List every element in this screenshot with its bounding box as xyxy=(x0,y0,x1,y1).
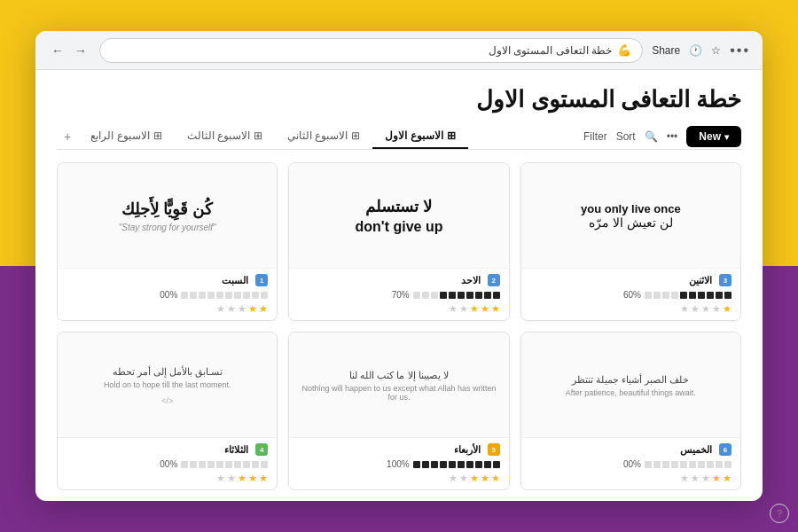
card6-visual: خلف الصبر أشياء جميلة تنتظر After patien… xyxy=(521,332,740,437)
add-tab-button[interactable]: + xyxy=(57,124,78,149)
star: ★ xyxy=(712,473,721,484)
card6-sub: After patience, beautiful things await. xyxy=(566,388,696,397)
share-button[interactable]: Share xyxy=(652,44,680,57)
star-empty: ★ xyxy=(459,473,468,484)
history-icon[interactable]: 🕐 xyxy=(689,44,702,57)
star-empty: ★ xyxy=(227,303,236,315)
dot xyxy=(680,292,687,299)
tab-week3-icon: ⊞ xyxy=(254,129,262,142)
card3-day-label: الاثنين xyxy=(689,275,712,286)
card5-footer: 5 الأربعاء xyxy=(289,437,508,489)
new-button[interactable]: New ▾ xyxy=(686,126,741,147)
card1-stars: ★ ★ ★ ★ ★ xyxy=(66,303,268,315)
card1-progress-row: 00% xyxy=(66,290,268,300)
star: ★ xyxy=(248,473,257,484)
card4-day-label: الثلاثاء xyxy=(224,444,248,456)
card4-day-badge: 4 xyxy=(255,443,268,456)
star: ★ xyxy=(491,473,500,484)
card-wednesday[interactable]: لا يصيبنا إلا ما كتب الله لنا Nothing wi… xyxy=(288,332,509,490)
tab-week4-icon: ⊞ xyxy=(153,129,162,142)
dot xyxy=(493,461,500,468)
tabs-left: ⊞ الاسبوع الاول ⊞ الاسبوع الثاني ⊞ الاسب… xyxy=(57,124,468,149)
card6-day-row: 6 الخميس xyxy=(530,443,732,456)
card-tuesday[interactable]: تسـابق بالأمل إلى أمر تحطه Hold on to ho… xyxy=(57,332,278,490)
new-button-arrow: ▾ xyxy=(724,132,729,142)
page-title: خطة التعافى المستوى الاول xyxy=(57,86,741,113)
card5-arabic: لا يصيبنا إلا ما كتب الله لنا xyxy=(298,368,499,383)
more-menu-button[interactable]: ••• xyxy=(730,43,750,59)
dot xyxy=(466,292,473,299)
dot xyxy=(466,461,473,468)
address-bar[interactable]: 💪 خطة التعافى المستوى الاول xyxy=(99,38,643,63)
dot xyxy=(449,292,456,299)
filter-button[interactable]: Filter xyxy=(583,130,607,143)
card-saturday[interactable]: كُن قَوِيًّا لِأَجلِك "Stay strong for y… xyxy=(57,162,278,321)
star: ★ xyxy=(723,303,732,315)
dot xyxy=(413,292,420,299)
tab-week4[interactable]: ⊞ الاسبوع الرابع xyxy=(78,124,174,149)
star: ★ xyxy=(491,303,500,315)
sort-button[interactable]: Sort xyxy=(616,130,636,143)
card1-sub-text: "Stay strong for yourself" xyxy=(119,223,216,232)
address-text: خطة التعافى المستوى الاول xyxy=(489,44,612,57)
card1-prog-pct: 00% xyxy=(160,290,177,300)
card5-day-row: 5 الأربعاء xyxy=(298,443,499,456)
card6-footer: 6 الخميس xyxy=(521,437,740,489)
dot xyxy=(707,461,714,468)
dot xyxy=(440,292,447,299)
card6-progress-row: 00% xyxy=(530,459,732,469)
card6-day-badge: 6 xyxy=(719,443,732,456)
star-empty: ★ xyxy=(701,473,710,484)
card-thursday[interactable]: خلف الصبر أشياء جميلة تنتظر After patien… xyxy=(520,332,741,490)
bookmark-icon[interactable]: ☆ xyxy=(711,44,721,57)
card3-visual: you only live once لن تعيش الا مرّه xyxy=(521,163,740,268)
dot xyxy=(243,292,250,299)
dot xyxy=(234,292,241,299)
card4-prog-dots xyxy=(181,461,268,468)
card1-day-row: 1 السبت xyxy=(66,274,268,286)
card2-footer: 2 الاحد xyxy=(289,268,508,320)
card3-footer: 3 الاثنين xyxy=(521,268,740,320)
card-monday[interactable]: you only live once لن تعيش الا مرّه 3 ال… xyxy=(520,162,741,321)
dot xyxy=(698,461,705,468)
more-options-icon[interactable]: ••• xyxy=(667,130,678,143)
star: ★ xyxy=(470,303,479,315)
dot xyxy=(431,292,438,299)
browser-chrome: ← → 💪 خطة التعافى المستوى الاول Share 🕐 … xyxy=(35,31,763,70)
forward-button[interactable]: → xyxy=(71,41,90,60)
browser-window: ← → 💪 خطة التعافى المستوى الاول Share 🕐 … xyxy=(35,31,763,501)
card4-day-row: 4 الثلاثاء xyxy=(66,443,268,456)
page-content: خطة التعافى المستوى الاول ⊞ الاسبوع الاو… xyxy=(35,70,763,501)
card1-visual: كُن قَوِيًّا لِأَجلِك "Stay strong for y… xyxy=(58,163,277,268)
dot xyxy=(413,461,420,468)
card4-visual: تسـابق بالأمل إلى أمر تحطه Hold on to ho… xyxy=(58,332,277,437)
address-emoji: 💪 xyxy=(617,43,631,57)
star-empty: ★ xyxy=(449,473,458,484)
dot xyxy=(216,292,223,299)
card5-visual: لا يصيبنا إلا ما كتب الله لنا Nothing wi… xyxy=(289,332,508,437)
card1-day-badge: 1 xyxy=(255,274,268,286)
dot xyxy=(653,292,661,299)
card6-day-label: الخميس xyxy=(680,444,712,456)
new-button-label: New xyxy=(699,130,721,143)
card1-footer: 1 السبت xyxy=(58,268,277,320)
card2-day-label: الاحد xyxy=(461,275,481,286)
dot xyxy=(475,461,482,468)
card3-en: you only live once xyxy=(581,202,681,215)
tab-week3-label: الاسبوع الثالث xyxy=(187,129,250,142)
tab-week1[interactable]: ⊞ الاسبوع الاول xyxy=(372,124,467,149)
back-button[interactable]: ← xyxy=(48,41,67,60)
dot xyxy=(645,461,652,468)
dot xyxy=(493,292,500,299)
tab-week3[interactable]: ⊞ الاسبوع الثالث xyxy=(175,124,275,149)
tab-week2[interactable]: ⊞ الاسبوع الثاني xyxy=(275,124,372,149)
card4-progress-row: 00% xyxy=(66,459,268,469)
card3-arabic: لن تعيش الا مرّه xyxy=(581,215,681,230)
card-sunday[interactable]: لا تستسلم don't give up 2 الاحد xyxy=(288,162,509,321)
dot xyxy=(243,461,250,468)
star-empty: ★ xyxy=(449,303,458,315)
tab-week1-label: الاسبوع الاول xyxy=(385,129,442,142)
search-icon[interactable]: 🔍 xyxy=(645,130,658,143)
star-empty: ★ xyxy=(691,473,700,484)
card4-footer: 4 الثلاثاء xyxy=(58,437,277,489)
